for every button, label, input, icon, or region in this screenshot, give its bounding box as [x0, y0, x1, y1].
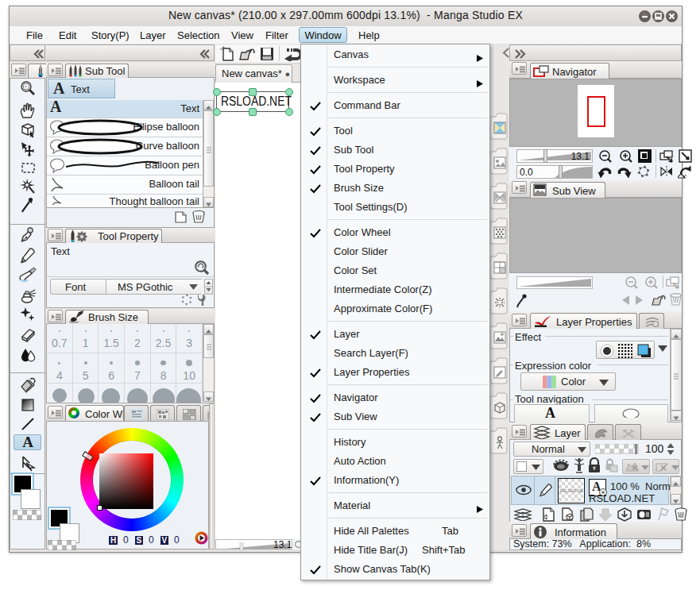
svg-text:RSLOAD.NET: RSLOAD.NET [560, 488, 583, 493]
svg-text:A: A [22, 434, 33, 450]
